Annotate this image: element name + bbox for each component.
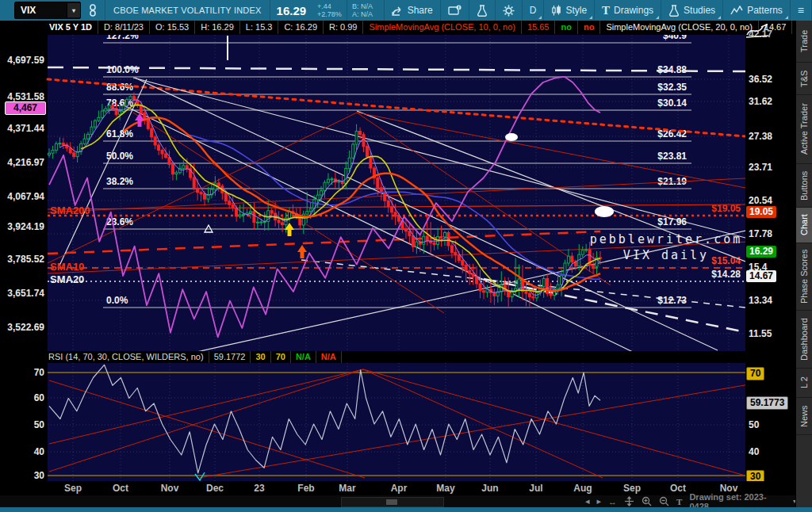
scrollbar-grip[interactable] xyxy=(386,499,397,505)
timeframe-label: D xyxy=(530,5,537,16)
studies-button[interactable]: Studies xyxy=(661,0,722,21)
sidebar-tab-dashboard[interactable]: Dashboard xyxy=(796,311,812,369)
sidebar-tab-l-2[interactable]: L 2 xyxy=(796,369,812,398)
rsi-flag-down: N/A xyxy=(316,351,342,363)
rsi-label[interactable]: RSI (14, 70, 30, CLOSE, WILDERS, no) xyxy=(44,351,209,363)
candle-body xyxy=(236,208,238,216)
beaker-icon xyxy=(668,5,680,17)
time-axis-label: Sep xyxy=(623,483,641,494)
analysis-tools-button[interactable] xyxy=(469,0,495,21)
field-high: H: 16.29 xyxy=(195,21,240,34)
beaker-icon xyxy=(477,5,488,17)
zoom-in-icon[interactable] xyxy=(642,496,652,506)
candle-body xyxy=(412,236,414,247)
fib-price-label: $17.96 xyxy=(657,216,687,227)
candle-body xyxy=(359,132,362,135)
settings-button[interactable] xyxy=(496,0,522,21)
candle-body xyxy=(87,134,90,139)
pan-right-icon[interactable]: ▸ xyxy=(597,496,602,506)
candle-body xyxy=(366,147,368,157)
time-axis-label: May xyxy=(436,483,454,494)
reset-pan-icon[interactable]: ↔ xyxy=(608,497,617,506)
candle-body xyxy=(197,188,199,192)
time-axis[interactable]: SepOctNovDec23FebMarAprMayJunJulAugSepOc… xyxy=(0,481,796,495)
candle-body xyxy=(52,151,54,154)
candle-body xyxy=(458,255,460,261)
pan-left-icon[interactable]: ◂ xyxy=(585,496,590,506)
sidebar-tab-buttons[interactable]: Buttons xyxy=(796,164,812,208)
candle-body xyxy=(171,164,174,174)
main-price-chart[interactable]: 127.2%$40.9100.0%$34.8888.6%$32.3578.6%$… xyxy=(0,35,745,351)
sma10-value: 15.65 xyxy=(522,21,556,34)
sma20-value: 14.67 xyxy=(759,21,793,34)
sma10-flag2: no xyxy=(578,21,600,34)
watermark-line1: pebblewriter.com xyxy=(547,231,785,247)
candle-body xyxy=(525,292,527,293)
candle-body xyxy=(316,195,319,200)
candle-body xyxy=(454,252,457,254)
zoom-out-icon[interactable] xyxy=(659,496,669,506)
time-axis-label: Feb xyxy=(297,483,314,494)
top-toolbar: VIX ▾ CBOE MARKET VOLATILITY INDEX 16.29… xyxy=(0,0,812,21)
bid-value: B: N/A xyxy=(352,2,373,10)
candle-body xyxy=(355,132,358,144)
time-axis-label: Jun xyxy=(481,483,498,494)
candle-body xyxy=(440,236,442,237)
time-axis-label: Sep xyxy=(64,483,82,494)
drawings-button[interactable]: T Drawings xyxy=(595,0,661,21)
candle-body xyxy=(200,193,202,194)
sidebar-tab-phase-scores[interactable]: Phase Scores xyxy=(796,243,812,311)
sidebar-tab-t-s[interactable]: T&S xyxy=(796,63,812,95)
sma10-study-label[interactable]: SimpleMovingAvg (CLOSE, 10, 0, no) xyxy=(363,21,521,34)
candle-body xyxy=(433,243,435,244)
style-label: Style xyxy=(565,5,587,16)
candle-body xyxy=(306,212,308,215)
text-tool-icon[interactable]: T xyxy=(676,497,682,506)
chart-ohlc-header: VIX 5 Y 1D D: 8/11/23 O: 15.53 H: 16.29 … xyxy=(0,21,796,34)
candle-body xyxy=(408,231,411,236)
candle-body xyxy=(129,97,132,100)
candle-body xyxy=(122,105,124,111)
symbol-link-icon[interactable] xyxy=(81,0,105,21)
share-button[interactable]: Share xyxy=(385,0,440,21)
move-tool-icon[interactable] xyxy=(624,496,634,506)
candle-body xyxy=(472,273,474,277)
candle-body xyxy=(224,193,227,201)
candlestick-style-icon xyxy=(551,5,561,17)
sidebar-tab-chart[interactable]: Chart xyxy=(796,208,812,243)
rsi-subchart[interactable] xyxy=(0,363,745,481)
bid-ask-stack: B: N/A A: N/A xyxy=(347,2,377,18)
chevron-down-icon[interactable]: ▾ xyxy=(67,3,80,17)
sidebar-tab-news[interactable]: News xyxy=(796,398,812,435)
patterns-button[interactable]: Patterns xyxy=(723,0,790,21)
drawings-label: Drawings xyxy=(614,5,653,16)
style-button[interactable]: Style xyxy=(544,0,594,21)
candle-body xyxy=(426,236,428,241)
timeframe-button[interactable]: D xyxy=(523,0,544,21)
time-axis-label: Jul xyxy=(529,483,542,494)
sidebar-tab-active-trader[interactable]: Active Trader xyxy=(796,95,812,164)
chart-scrollbar[interactable] xyxy=(341,497,444,507)
candle-body xyxy=(338,181,340,182)
candle-body xyxy=(119,112,121,115)
dropdown-corner xyxy=(656,16,659,19)
candle-body xyxy=(592,265,595,266)
sma-left-label: SMA200 xyxy=(50,204,90,216)
chart-nav-icons: ◂ ▸ ↔ T Drawing set: 2023-0428 ▾ xyxy=(585,495,796,507)
candle-body xyxy=(482,291,485,292)
right-axis-tick: 27.38 xyxy=(749,131,795,142)
text-tool-icon: T xyxy=(602,4,610,17)
right-axis-tick: 31.62 xyxy=(749,96,795,107)
alerts-panel-button[interactable] xyxy=(441,0,469,21)
candle-body xyxy=(377,178,379,187)
chart-menu-button[interactable]: ≡ xyxy=(791,0,811,21)
candle-body xyxy=(132,97,135,100)
candle-body xyxy=(239,215,241,216)
sidebar-tab-trade[interactable]: Trade xyxy=(796,21,812,63)
sma20-study-label[interactable]: SimpleMovingAvg (CLOSE, 20, 0, no) xyxy=(600,21,758,34)
candle-body xyxy=(48,153,51,155)
time-axis-label: Oct xyxy=(670,483,686,494)
change-stack: +.44 +2.78% xyxy=(312,2,347,18)
candle-body xyxy=(387,201,389,207)
symbol-combobox[interactable]: VIX ▾ xyxy=(14,2,81,19)
